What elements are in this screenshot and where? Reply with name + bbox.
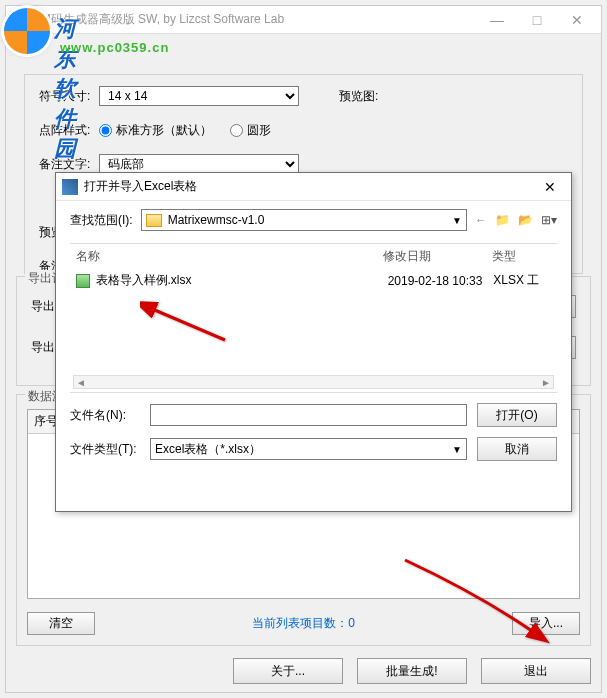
dialog-title: 打开并导入Excel表格	[84, 178, 535, 195]
about-button[interactable]: 关于...	[233, 658, 343, 684]
status-count: 当前列表项目数：0	[95, 615, 512, 632]
file-open-dialog: 打开并导入Excel表格 ✕ 查找范围(I): Matrixewmsc-v1.0…	[55, 172, 572, 512]
scroll-left-icon[interactable]: ◄	[74, 377, 88, 388]
folder-icon	[146, 214, 162, 227]
col-type[interactable]: 类型	[492, 248, 551, 265]
dialog-close-button[interactable]: ✕	[535, 179, 565, 195]
dialog-icon	[62, 179, 78, 195]
horizontal-scrollbar[interactable]: ◄ ►	[73, 375, 554, 389]
style-label: 点阵样式:	[39, 122, 99, 139]
size-select[interactable]: 14 x 14	[99, 86, 299, 106]
col-date[interactable]: 修改日期	[383, 248, 492, 265]
remark-select[interactable]: 码底部	[99, 154, 299, 174]
filename-label: 文件名(N):	[70, 407, 140, 424]
open-button[interactable]: 打开(O)	[477, 403, 557, 427]
lookin-select[interactable]: Matrixewmsc-v1.0 ▼	[141, 209, 467, 231]
maximize-button[interactable]: □	[517, 8, 557, 32]
titlebar: DM码生成器高级版 SW, by Lizcst Software Lab — □…	[6, 6, 601, 34]
size-label: 符号尺寸:	[39, 88, 99, 105]
filename-input[interactable]	[150, 404, 467, 426]
file-list[interactable]: 名称 修改日期 类型 表格导入样例.xlsx 2019-02-18 10:33 …	[70, 243, 557, 393]
filetype-label: 文件类型(T):	[70, 441, 140, 458]
style-round-radio[interactable]: 圆形	[230, 122, 271, 139]
export-row1-label: 导出	[31, 298, 55, 315]
style-square-radio[interactable]: 标准方形（默认）	[99, 122, 212, 139]
filetype-select[interactable]: Excel表格（*.xlsx） ▼	[150, 438, 467, 460]
xlsx-file-icon	[76, 274, 90, 288]
minimize-button[interactable]: —	[477, 8, 517, 32]
window-title: DM码生成器高级版 SW, by Lizcst Software Lab	[32, 11, 477, 28]
batch-generate-button[interactable]: 批量生成!	[357, 658, 467, 684]
nav-back-icon[interactable]: ←	[475, 213, 487, 227]
col-name[interactable]: 名称	[76, 248, 383, 265]
exit-button[interactable]: 退出	[481, 658, 591, 684]
scroll-right-icon[interactable]: ►	[539, 377, 553, 388]
file-list-item[interactable]: 表格导入样例.xlsx 2019-02-18 10:33 XLSX 工	[70, 269, 557, 292]
nav-newfolder-icon[interactable]: 📂	[518, 213, 533, 227]
preview-label: 预览图:	[339, 88, 378, 105]
nav-view-icon[interactable]: ⊞▾	[541, 213, 557, 227]
export-row2-label: 导出	[31, 339, 55, 356]
remark-label: 备注文字:	[39, 156, 99, 173]
cancel-button[interactable]: 取消	[477, 437, 557, 461]
close-button[interactable]: ✕	[557, 8, 597, 32]
nav-up-icon[interactable]: 📁	[495, 213, 510, 227]
chevron-down-icon: ▼	[452, 444, 462, 455]
clear-button[interactable]: 清空	[27, 612, 95, 635]
chevron-down-icon: ▼	[452, 215, 462, 226]
import-button[interactable]: 导入...	[512, 612, 580, 635]
app-icon	[10, 12, 26, 28]
lookin-label: 查找范围(I):	[70, 212, 133, 229]
